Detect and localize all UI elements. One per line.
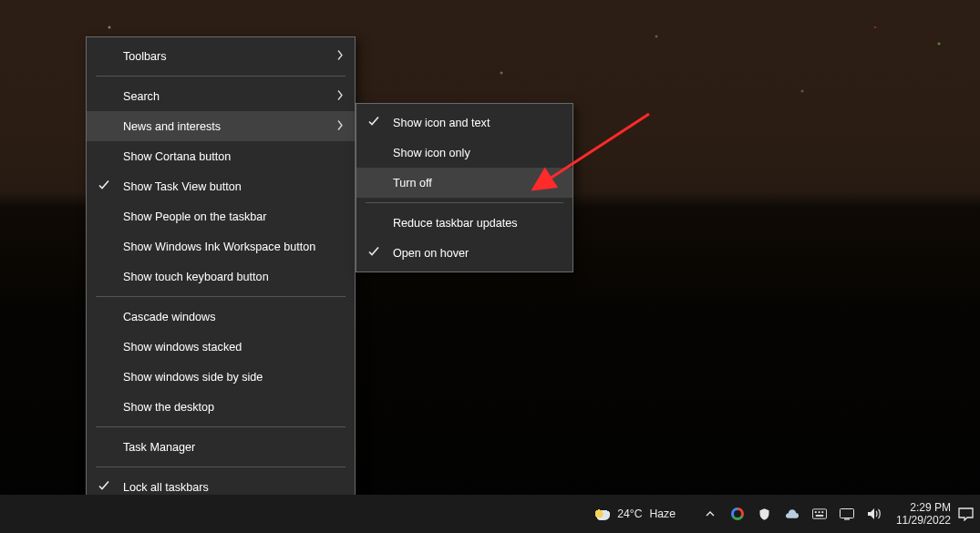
menu-item-label: Show People on the taskbar <box>123 210 267 223</box>
menu-cascade[interactable]: Cascade windows <box>87 302 355 332</box>
menu-item-label: Reduce taskbar updates <box>393 217 518 230</box>
svg-rect-5 <box>816 515 823 517</box>
weather-icon <box>594 508 610 520</box>
menu-item-label: Cascade windows <box>123 311 216 323</box>
volume-icon[interactable] <box>867 507 882 521</box>
svg-rect-2 <box>815 511 817 513</box>
menu-item-label: Show icon only <box>393 147 470 159</box>
menu-item-label: Turn off <box>393 177 432 190</box>
tray-overflow-icon[interactable] <box>703 507 717 521</box>
weather-description: Haze <box>649 507 675 520</box>
menu-show-desktop[interactable]: Show the desktop <box>87 392 355 422</box>
separator <box>96 466 346 467</box>
chevron-right-icon <box>336 49 344 63</box>
menu-item-label: Show Windows Ink Workspace button <box>123 241 315 253</box>
action-center-icon[interactable] <box>956 507 975 521</box>
menu-show-ink[interactable]: Show Windows Ink Workspace button <box>87 231 355 261</box>
submenu-open-on-hover[interactable]: Open on hover <box>356 238 573 268</box>
menu-show-taskview[interactable]: Show Task View button <box>87 171 355 201</box>
chevron-right-icon <box>336 119 344 133</box>
menu-task-manager[interactable]: Task Manager <box>87 432 355 462</box>
menu-show-people[interactable]: Show People on the taskbar <box>87 201 355 231</box>
svg-rect-1 <box>812 509 826 518</box>
menu-item-label: Show the desktop <box>123 401 214 414</box>
menu-item-label: Show windows stacked <box>123 341 242 354</box>
menu-item-label: Open on hover <box>393 247 469 260</box>
clock-date: 11/29/2022 <box>896 514 951 527</box>
taskbar-clock[interactable]: 2:29 PM 11/29/2022 <box>896 501 951 527</box>
check-icon <box>98 479 110 495</box>
menu-item-label: Show icon and text <box>393 117 490 129</box>
menu-item-label: Lock all taskbars <box>123 481 209 494</box>
menu-stacked[interactable]: Show windows stacked <box>87 332 355 362</box>
weather-widget[interactable]: 24°C Haze <box>589 495 681 533</box>
taskbar-context-menu: Toolbars Search News and interests Show … <box>86 36 356 533</box>
security-icon[interactable] <box>758 507 772 521</box>
chevron-right-icon <box>336 89 344 103</box>
network-monitor-icon[interactable] <box>840 507 854 521</box>
keyboard-icon[interactable] <box>812 507 827 521</box>
submenu-reduce-updates[interactable]: Reduce taskbar updates <box>356 208 573 238</box>
menu-item-label: Task Manager <box>123 441 195 454</box>
clock-time: 2:29 PM <box>910 501 951 514</box>
check-icon <box>367 115 380 130</box>
taskbar: 24°C Haze 2:29 PM 11/29/2022 <box>0 495 980 533</box>
submenu-show-icon-text[interactable]: Show icon and text <box>356 108 573 138</box>
news-interests-submenu: Show icon and text Show icon only Turn o… <box>356 103 573 272</box>
weather-temp: 24°C <box>617 507 642 520</box>
menu-show-cortana[interactable]: Show Cortana button <box>87 141 355 171</box>
check-icon <box>367 245 380 261</box>
menu-side-by-side[interactable]: Show windows side by side <box>87 362 355 392</box>
submenu-show-icon-only[interactable]: Show icon only <box>356 138 573 168</box>
chrome-icon[interactable] <box>730 507 745 521</box>
menu-item-label: News and interests <box>123 120 221 133</box>
svg-rect-6 <box>840 508 853 518</box>
svg-rect-3 <box>819 511 820 513</box>
menu-item-label: Show Task View button <box>123 180 242 193</box>
separator <box>366 202 563 203</box>
onedrive-icon[interactable] <box>785 507 799 521</box>
menu-item-label: Show windows side by side <box>123 371 263 384</box>
menu-item-label: Show Cortana button <box>123 150 231 163</box>
separator <box>96 76 346 77</box>
menu-item-label: Show touch keyboard button <box>123 271 269 283</box>
menu-search[interactable]: Search <box>87 81 355 111</box>
submenu-turn-off[interactable]: Turn off <box>356 168 573 198</box>
svg-rect-4 <box>821 511 823 513</box>
menu-news-interests[interactable]: News and interests <box>87 111 355 141</box>
check-icon <box>98 179 110 194</box>
menu-item-label: Toolbars <box>123 50 167 63</box>
separator <box>96 426 346 427</box>
system-tray <box>697 495 887 533</box>
menu-show-touch-keyboard[interactable]: Show touch keyboard button <box>87 261 355 292</box>
menu-toolbars[interactable]: Toolbars <box>87 41 355 71</box>
menu-item-label: Search <box>123 90 160 103</box>
separator <box>96 296 346 297</box>
